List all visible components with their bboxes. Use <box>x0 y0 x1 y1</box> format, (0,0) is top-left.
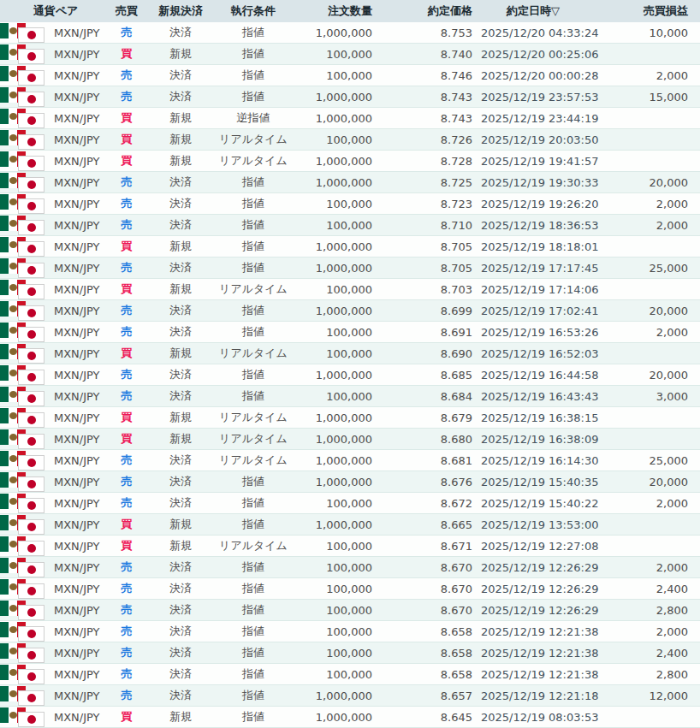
japan-flag-icon <box>18 305 44 321</box>
pnl-cell: 15,000 <box>609 86 700 108</box>
price-cell: 8.670 <box>374 600 476 621</box>
pair-label: MXN/JPY <box>54 219 100 232</box>
pair-cell: MXN/JPY <box>0 514 111 536</box>
pair-cell: MXN/JPY <box>0 86 111 108</box>
column-header-quantity[interactable]: 注文数量 <box>288 0 374 22</box>
quantity-cell: 1,000,000 <box>288 257 374 279</box>
pair-label: MXN/JPY <box>54 112 100 125</box>
japan-flag-icon <box>18 391 44 406</box>
japan-flag-icon <box>18 113 44 128</box>
table-row: MXN/JPY 買 新規 指値 1,000,000 8.645 2025/12/… <box>0 707 700 728</box>
mexico-eagle-emblem <box>9 156 17 163</box>
price-cell: 8.645 <box>374 707 476 728</box>
exec-condition-cell: 指値 <box>219 257 288 279</box>
japan-sun-disc <box>27 544 36 553</box>
japan-flag-icon <box>18 284 44 299</box>
pnl-cell: 3,000 <box>609 386 700 407</box>
new-close-cell: 決済 <box>142 172 219 193</box>
quantity-cell: 1,000,000 <box>288 429 374 450</box>
price-cell: 8.705 <box>374 236 476 257</box>
price-cell: 8.672 <box>374 493 476 514</box>
table-row: MXN/JPY 売 決済 指値 100,000 8.658 2025/12/19… <box>0 664 700 685</box>
exec-condition-cell: 指値 <box>219 364 288 386</box>
japan-sun-disc <box>27 715 36 724</box>
quantity-cell: 100,000 <box>288 664 374 685</box>
pnl-cell <box>609 514 700 536</box>
datetime-cell: 2025/12/19 12:21:38 <box>476 642 609 664</box>
new-close-cell: 決済 <box>142 65 219 86</box>
japan-sun-disc <box>27 651 36 660</box>
exec-condition-cell: 指値 <box>219 86 288 108</box>
price-cell: 8.705 <box>374 257 476 279</box>
mexico-eagle-emblem <box>9 690 17 697</box>
column-header-pnl[interactable]: 売買損益 <box>609 0 700 22</box>
exec-condition-cell: 指値 <box>219 514 288 536</box>
column-header-pair[interactable]: 通貨ペア <box>0 0 111 22</box>
japan-flag-icon <box>18 348 44 364</box>
side-cell: 売 <box>111 22 142 44</box>
japan-flag-icon <box>18 412 44 428</box>
exec-condition-cell: 指値 <box>219 557 288 578</box>
exec-condition-cell: 指値 <box>219 642 288 664</box>
price-cell: 8.743 <box>374 108 476 129</box>
column-header-price[interactable]: 約定価格 <box>374 0 476 22</box>
pnl-cell <box>609 407 700 429</box>
quantity-cell: 100,000 <box>288 536 374 557</box>
new-close-cell: 決済 <box>142 621 219 642</box>
quantity-cell: 1,000,000 <box>288 707 374 728</box>
side-cell: 売 <box>111 685 142 707</box>
pair-cell: MXN/JPY <box>0 471 111 493</box>
japan-sun-disc <box>27 373 36 382</box>
mexico-eagle-emblem <box>9 327 17 334</box>
pair-cell: MXN/JPY <box>0 364 111 386</box>
new-close-cell: 新規 <box>142 514 219 536</box>
pnl-cell <box>609 429 700 450</box>
table-row: MXN/JPY 買 新規 指値 100,000 8.740 2025/12/20… <box>0 44 700 65</box>
side-cell: 売 <box>111 493 142 514</box>
quantity-cell: 100,000 <box>288 44 374 65</box>
pnl-cell: 12,000 <box>609 685 700 707</box>
side-cell: 売 <box>111 471 142 493</box>
exec-condition-cell: リアルタイム <box>219 151 288 172</box>
table-row: MXN/JPY 売 決済 指値 100,000 8.670 2025/12/19… <box>0 600 700 621</box>
table-row: MXN/JPY 売 決済 指値 100,000 8.658 2025/12/19… <box>0 642 700 664</box>
table-body: MXN/JPY 売 決済 指値 1,000,000 8.753 2025/12/… <box>0 22 700 728</box>
column-header-datetime-sorted[interactable]: 約定日時▽ <box>476 0 609 22</box>
quantity-cell: 1,000,000 <box>288 364 374 386</box>
exec-condition-cell: リアルタイム <box>219 279 288 300</box>
new-close-cell: 新規 <box>142 343 219 364</box>
pnl-cell: 20,000 <box>609 172 700 193</box>
quantity-cell: 1,000,000 <box>288 471 374 493</box>
japan-flag-icon <box>18 669 44 684</box>
column-header-side[interactable]: 売買 <box>111 0 142 22</box>
side-cell: 買 <box>111 151 142 172</box>
pair-cell: MXN/JPY <box>0 129 111 151</box>
pair-cell: MXN/JPY <box>0 450 111 471</box>
mexico-eagle-emblem <box>9 626 17 633</box>
pair-cell: MXN/JPY <box>0 215 111 236</box>
quantity-cell: 100,000 <box>288 621 374 642</box>
exec-condition-cell: 指値 <box>219 193 288 215</box>
pair-cell: MXN/JPY <box>0 536 111 557</box>
new-close-cell: 新規 <box>142 429 219 450</box>
datetime-cell: 2025/12/19 15:40:22 <box>476 493 609 514</box>
japan-sun-disc <box>27 287 36 296</box>
table-row: MXN/JPY 買 新規 リアルタイム 100,000 8.671 2025/1… <box>0 536 700 557</box>
table-row: MXN/JPY 買 新規 リアルタイム 1,000,000 8.680 2025… <box>0 429 700 450</box>
pair-label: MXN/JPY <box>54 69 100 82</box>
datetime-cell: 2025/12/19 23:44:19 <box>476 108 609 129</box>
side-cell: 売 <box>111 621 142 642</box>
pnl-cell: 20,000 <box>609 364 700 386</box>
japan-sun-disc <box>27 523 36 531</box>
pair-label: MXN/JPY <box>54 347 100 360</box>
column-header-new-close[interactable]: 新規決済 <box>142 0 219 22</box>
column-header-exec-cond[interactable]: 執行条件 <box>219 0 288 22</box>
mexico-eagle-emblem <box>9 305 17 312</box>
pair-cell: MXN/JPY <box>0 621 111 642</box>
pnl-cell <box>609 236 700 257</box>
price-cell: 8.670 <box>374 557 476 578</box>
exec-condition-cell: 指値 <box>219 386 288 407</box>
pair-cell: MXN/JPY <box>0 386 111 407</box>
price-cell: 8.725 <box>374 172 476 193</box>
mexico-eagle-emblem <box>9 113 17 120</box>
